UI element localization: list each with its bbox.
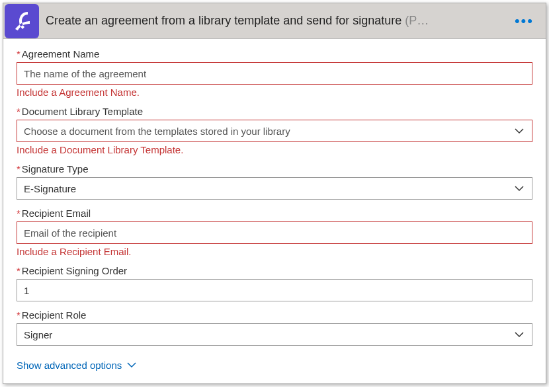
more-menu-button[interactable]: ••• — [511, 13, 538, 30]
card-body: *Agreement Name Include a Agreement Name… — [3, 39, 546, 383]
chevron-down-icon — [513, 125, 525, 137]
field-recipient-email: *Recipient Email Include a Recipient Ema… — [17, 208, 532, 257]
signing-order-input[interactable] — [24, 285, 525, 296]
signature-type-select[interactable]: E-Signature — [17, 177, 532, 200]
signing-order-label: *Recipient Signing Order — [17, 265, 532, 276]
adobe-acrobat-icon — [5, 4, 39, 38]
agreement-name-input[interactable] — [24, 68, 525, 79]
signature-type-value: E-Signature — [24, 183, 513, 194]
show-advanced-options-link[interactable]: Show advanced options — [17, 359, 138, 371]
recipient-role-label: *Recipient Role — [17, 309, 532, 321]
signature-type-label: *Signature Type — [17, 163, 532, 175]
agreement-name-input-wrapper — [17, 62, 532, 85]
chevron-down-icon — [513, 182, 525, 194]
recipient-email-error: Include a Recipient Email. — [17, 246, 532, 257]
recipient-email-label: *Recipient Email — [17, 208, 532, 219]
chevron-down-icon — [513, 329, 525, 340]
document-template-select[interactable]: Choose a document from the templates sto… — [17, 120, 532, 142]
signing-order-input-wrapper — [17, 279, 532, 301]
recipient-role-value: Signer — [24, 329, 513, 340]
field-document-template: *Document Library Template Choose a docu… — [17, 106, 532, 155]
field-recipient-role: *Recipient Role Signer — [17, 309, 532, 346]
document-template-value: Choose a document from the templates sto… — [24, 126, 513, 137]
recipient-email-input-wrapper — [17, 221, 532, 244]
agreement-name-label: *Agreement Name — [17, 48, 532, 59]
field-signing-order: *Recipient Signing Order — [17, 265, 532, 301]
recipient-role-select[interactable]: Signer — [17, 323, 532, 346]
card-header: Create an agreement from a library templ… — [3, 3, 546, 39]
show-advanced-options-label: Show advanced options — [17, 360, 122, 371]
field-agreement-name: *Agreement Name Include a Agreement Name… — [17, 48, 532, 98]
document-template-error: Include a Document Library Template. — [17, 144, 532, 155]
document-template-label: *Document Library Template — [17, 106, 532, 117]
recipient-email-input[interactable] — [24, 227, 525, 239]
card-title: Create an agreement from a library templ… — [46, 14, 511, 28]
field-signature-type: *Signature Type E-Signature — [17, 163, 532, 200]
action-card: Create an agreement from a library templ… — [3, 3, 546, 384]
chevron-down-icon — [126, 359, 138, 371]
agreement-name-error: Include a Agreement Name. — [17, 87, 532, 98]
